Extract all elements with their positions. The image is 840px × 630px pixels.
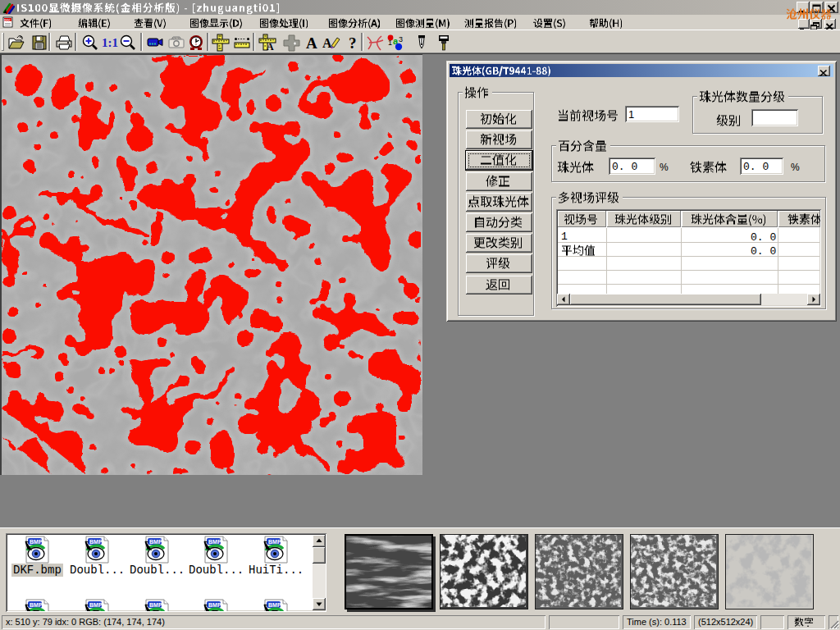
svg-text:1:1: 1:1 [102, 36, 118, 49]
svg-text:3: 3 [399, 35, 403, 43]
svg-text:1: 1 [388, 39, 392, 47]
svg-text:A: A [306, 34, 317, 52]
svg-text:A: A [267, 41, 274, 52]
svg-text:DOC: DOC [4, 19, 11, 22]
svg-text:A: A [322, 36, 332, 50]
svg-text:?: ? [349, 34, 357, 52]
